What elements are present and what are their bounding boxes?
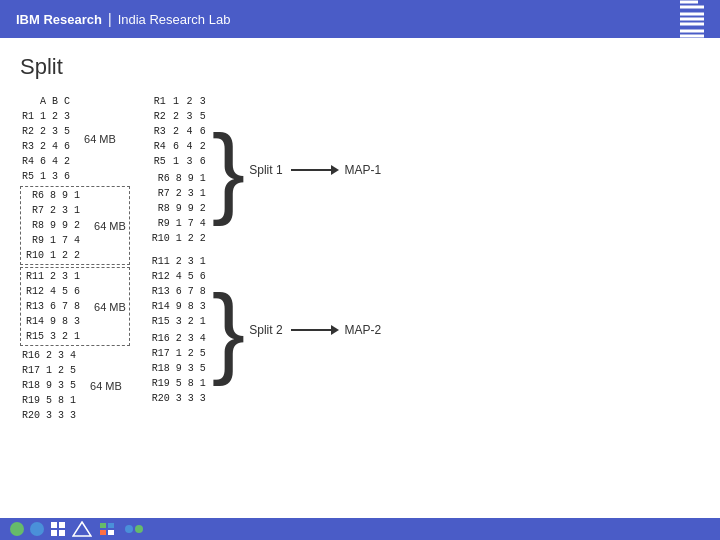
svg-rect-3 <box>59 530 65 536</box>
matrix-block-3: R11231 R12456 R13678 R14983 R15321 64 MB <box>20 267 130 346</box>
map1-label: MAP-1 <box>345 163 382 177</box>
bottom-circle-blue <box>30 522 44 536</box>
svg-rect-6 <box>108 523 114 528</box>
main-content: Split ABC R1123 R2235 R3246 R4642 R5136 … <box>0 38 720 540</box>
mb-label-4: 64 MB <box>90 380 122 392</box>
split-group-2: R11231 R12456 R13678 R14983 R15321 R1623… <box>150 254 381 406</box>
small-matrix-top: R1123 R2235 R3246 R4642 R5136 <box>150 94 208 169</box>
brace-split2: } <box>212 285 245 375</box>
small-matrix-bot1: R11231 R12456 R13678 R14983 R15321 <box>150 254 208 329</box>
matrix-section: ABC R1123 R2235 R3246 R4642 R5136 64 MB … <box>20 94 130 425</box>
svg-point-10 <box>135 525 143 533</box>
bottom-circle-green <box>10 522 24 536</box>
svg-rect-2 <box>51 530 57 536</box>
svg-rect-8 <box>108 530 114 535</box>
matrix-table-1: ABC R1123 R2235 R3246 R4642 R5136 <box>20 94 72 184</box>
svg-rect-0 <box>51 522 57 528</box>
bottom-icon-2 <box>72 521 92 537</box>
india-lab-label: India Research Lab <box>118 12 231 27</box>
content-area: ABC R1123 R2235 R3246 R4642 R5136 64 MB … <box>20 94 700 425</box>
matrix-table-2: R6891 R7231 R8992 R9174 R10122 <box>24 188 82 263</box>
svg-marker-4 <box>73 522 91 536</box>
split1-label: Split 1 <box>249 163 282 177</box>
matrix-block-4: R16234 R17125 R18935 R19581 R20333 64 MB <box>20 348 130 423</box>
arrow-head-1 <box>331 165 339 175</box>
header: IBM Research | India Research Lab <box>0 0 720 38</box>
matrix-block-2: R6891 R7231 R8992 R9174 R10122 64 MB <box>20 186 130 265</box>
arrow-line-1 <box>291 169 331 171</box>
mb-label-1: 64 MB <box>84 133 116 145</box>
bottom-icon-1 <box>50 521 66 537</box>
header-divider: | <box>108 11 112 27</box>
page-title: Split <box>20 54 700 80</box>
matrix-table-3: R11231 R12456 R13678 R14983 R15321 <box>24 269 82 344</box>
ibm-research-label: IBM Research <box>16 12 102 27</box>
matrix-table-4: R16234 R17125 R18935 R19581 R20333 <box>20 348 78 423</box>
map2-label: MAP-2 <box>345 323 382 337</box>
small-matrices-bottom: R11231 R12456 R13678 R14983 R15321 R1623… <box>150 254 208 406</box>
arrow-2 <box>291 325 339 335</box>
split2-label: Split 2 <box>249 323 282 337</box>
svg-point-9 <box>125 525 133 533</box>
matrix-block-1: ABC R1123 R2235 R3246 R4642 R5136 64 MB <box>20 94 130 184</box>
svg-rect-5 <box>100 523 106 528</box>
bottom-icon-3 <box>98 521 118 537</box>
split-section: R1123 R2235 R3246 R4642 R5136 R6891 R723… <box>150 94 381 406</box>
mb-label-2: 64 MB <box>94 220 126 232</box>
brace-split1: } <box>212 125 245 215</box>
svg-rect-7 <box>100 530 106 535</box>
small-matrix-bot2: R16234 R17125 R18935 R19581 R20333 <box>150 331 208 406</box>
bottom-bar <box>0 518 720 540</box>
arrow-line-2 <box>291 329 331 331</box>
small-matrices-top: R1123 R2235 R3246 R4642 R5136 R6891 R723… <box>150 94 208 246</box>
small-matrix-mid: R6891 R7231 R8992 R9174 R10122 <box>150 171 208 246</box>
arrow-head-2 <box>331 325 339 335</box>
bottom-icon-4 <box>124 521 144 537</box>
svg-rect-1 <box>59 522 65 528</box>
arrow-1 <box>291 165 339 175</box>
mb-label-3: 64 MB <box>94 301 126 313</box>
split-group-1: R1123 R2235 R3246 R4642 R5136 R6891 R723… <box>150 94 381 246</box>
ibm-logo <box>680 0 704 43</box>
